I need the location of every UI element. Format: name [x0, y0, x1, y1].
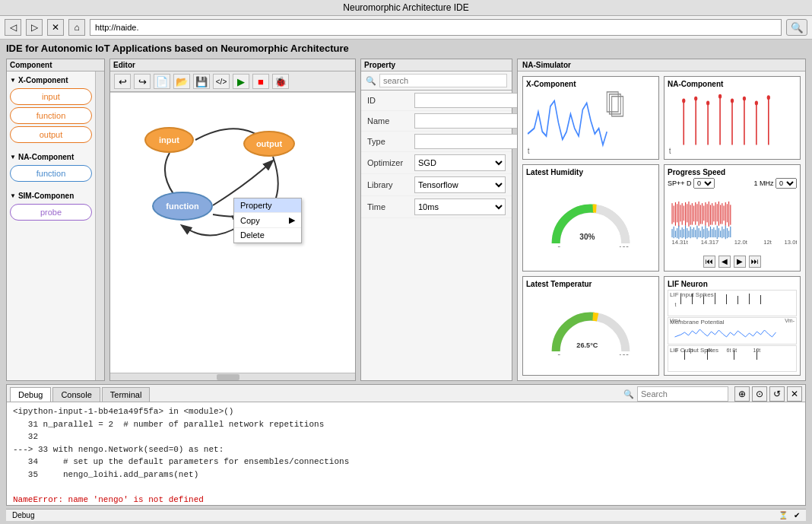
sim-na-component-title: NA-Component	[668, 80, 797, 88]
sim-component-arrow: ▼	[10, 192, 16, 199]
run-button[interactable]: ▶	[233, 74, 249, 89]
bottom-refresh[interactable]: ↺	[769, 386, 785, 402]
canvas-hscrollbar[interactable]	[110, 373, 355, 380]
prop-library-select[interactable]: TensorflowPyTorchKeras	[414, 176, 506, 193]
bottom-search-icon: 🔍	[623, 389, 634, 399]
bottom-step-in[interactable]: ⊙	[752, 386, 767, 402]
home-button[interactable]: ⌂	[68, 19, 85, 36]
ps-left-button[interactable]: ◀	[718, 256, 731, 268]
humidity-gauge: 30% 0 100	[526, 178, 655, 268]
svg-rect-74	[693, 227, 694, 237]
save-button[interactable]: 💾	[193, 74, 210, 89]
forward-button[interactable]: ▷	[26, 19, 43, 36]
prop-optimizer-select[interactable]: SGDAdamRMSprop	[414, 154, 506, 171]
svg-rect-47	[709, 202, 709, 227]
node-input[interactable]: input	[144, 127, 194, 153]
prop-name-input[interactable]	[414, 113, 525, 129]
svg-point-17	[731, 99, 734, 103]
ctx-delete[interactable]: Delete	[234, 228, 301, 243]
sim-humidity-title: Latest Humidity	[526, 168, 655, 176]
svg-rect-58	[727, 204, 728, 222]
new-file-button[interactable]: 📄	[154, 74, 170, 89]
debug-error-line: NameError: name 'nengo' is not defined	[13, 494, 799, 506]
svg-text:t: t	[528, 146, 530, 156]
sim-probe-button[interactable]: probe	[10, 204, 92, 221]
debug-line-1: <ipython-input-1-bb4e1a49f5fa> in <modul…	[13, 405, 799, 418]
svg-rect-56	[723, 205, 724, 221]
browser-search-button[interactable]: 🔍	[786, 19, 807, 36]
svg-rect-93	[725, 226, 726, 240]
bottom-content: <ipython-input-1-bb4e1a49f5fa> in <modul…	[7, 402, 805, 505]
code-button[interactable]: </>	[213, 74, 230, 89]
tab-debug[interactable]: Debug	[10, 387, 51, 402]
tab-console[interactable]: Console	[52, 387, 100, 402]
bottom-step-over[interactable]: ⊕	[734, 386, 750, 402]
ps-forward-button[interactable]: ⏭	[749, 256, 761, 268]
svg-rect-96	[730, 227, 731, 237]
prop-type-input[interactable]: NA-Component	[414, 134, 525, 149]
ctx-copy[interactable]: Copy ▶	[234, 213, 301, 228]
ctx-property[interactable]: Property	[234, 198, 301, 213]
svg-rect-78	[700, 230, 701, 237]
svg-rect-76	[696, 226, 697, 240]
debug-run-button[interactable]: 🐞	[272, 74, 289, 89]
component-scrollbar[interactable]	[95, 71, 104, 380]
x-component-header[interactable]: ▼ X-Component	[10, 75, 92, 86]
sim-component-header[interactable]: ▼ SIM-Componen	[10, 190, 92, 202]
close-button[interactable]: ✕	[47, 19, 64, 36]
prop-library-label: Library	[367, 180, 410, 189]
svg-text:26.5°C: 26.5°C	[576, 342, 598, 350]
redo-button[interactable]: ↪	[134, 74, 151, 89]
svg-rect-94	[727, 228, 728, 238]
x-output-button[interactable]: output	[10, 126, 92, 143]
svg-rect-42	[700, 205, 701, 224]
svg-rect-75	[695, 230, 696, 237]
svg-text:12.0t: 12.0t	[734, 239, 748, 246]
main-content: IDE for Autonomic IoT Applications based…	[0, 40, 812, 524]
x-function-button[interactable]: function	[10, 107, 92, 124]
na-function-button[interactable]: function	[10, 165, 92, 182]
svg-rect-48	[710, 205, 711, 224]
workspace: Component ▼ X-Component input function o…	[6, 59, 806, 381]
svg-rect-2	[609, 94, 620, 114]
back-button[interactable]: ◁	[5, 19, 21, 36]
title-bar: Neuromorphic Architecture IDE	[0, 0, 812, 16]
x-input-button[interactable]: input	[10, 88, 92, 105]
prop-name-label: Name	[367, 116, 410, 125]
prop-id-input[interactable]	[414, 93, 525, 108]
bottom-close[interactable]: ✕	[787, 386, 802, 402]
status-label: Debug	[12, 511, 34, 519]
bottom-actions: ⊕ ⊙ ↺ ✕	[734, 386, 802, 402]
sim-x-component-chart: t	[526, 90, 655, 156]
editor-canvas[interactable]: input function output probe Property Cop…	[110, 92, 355, 380]
open-file-button[interactable]: 📂	[173, 74, 190, 89]
ps-rewind-button[interactable]: ⏮	[703, 256, 715, 268]
undo-button[interactable]: ↩	[114, 74, 131, 89]
svg-rect-41	[699, 202, 699, 226]
prop-time-select[interactable]: 10ms20ms50ms	[414, 198, 506, 215]
ps-controls: ⏮ ◀ ▶ ⏭	[668, 256, 797, 268]
na-component-section: ▼ NA-Component function	[7, 148, 95, 187]
svg-rect-79	[702, 227, 703, 238]
svg-rect-57	[725, 202, 726, 226]
hourglass-icon: ⏳	[779, 511, 788, 519]
svg-point-14	[694, 97, 697, 101]
na-component-header[interactable]: ▼ NA-Component	[10, 151, 92, 163]
sim-progress-speed-title: Progress Speed	[668, 168, 797, 176]
svg-rect-64	[677, 228, 677, 238]
debug-line-3: 32	[13, 430, 799, 443]
url-input[interactable]	[90, 19, 782, 36]
ps-left-select[interactable]: 0	[693, 178, 715, 189]
property-search-input[interactable]	[379, 74, 507, 87]
search-icon: 🔍	[366, 76, 376, 86]
ps-right-select[interactable]: 0	[776, 178, 797, 189]
component-panel-title: Component	[7, 59, 104, 71]
svg-rect-38	[693, 205, 694, 221]
node-output[interactable]: output	[243, 131, 295, 157]
stop-button[interactable]: ■	[252, 74, 269, 89]
bottom-search-input[interactable]	[637, 386, 728, 402]
svg-rect-89	[718, 228, 719, 237]
tab-terminal[interactable]: Terminal	[102, 387, 151, 402]
node-function[interactable]: function	[152, 192, 213, 221]
ps-right-button[interactable]: ▶	[734, 256, 746, 268]
